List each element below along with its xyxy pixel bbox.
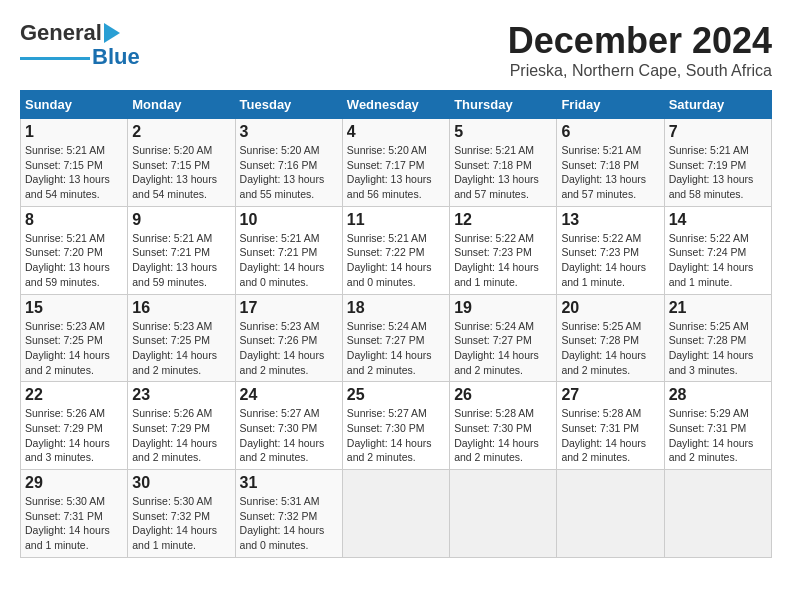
calendar-cell: 31Sunrise: 5:31 AMSunset: 7:32 PMDayligh… <box>235 470 342 558</box>
calendar-cell: 23Sunrise: 5:26 AMSunset: 7:29 PMDayligh… <box>128 382 235 470</box>
day-number: 25 <box>347 386 445 404</box>
day-info: Sunrise: 5:23 AMSunset: 7:25 PMDaylight:… <box>132 319 230 378</box>
calendar-cell: 1Sunrise: 5:21 AMSunset: 7:15 PMDaylight… <box>21 119 128 207</box>
day-number: 15 <box>25 299 123 317</box>
calendar-cell: 26Sunrise: 5:28 AMSunset: 7:30 PMDayligh… <box>450 382 557 470</box>
header-thursday: Thursday <box>450 91 557 119</box>
day-number: 22 <box>25 386 123 404</box>
calendar-cell <box>450 470 557 558</box>
header-wednesday: Wednesday <box>342 91 449 119</box>
day-info: Sunrise: 5:27 AMSunset: 7:30 PMDaylight:… <box>240 406 338 465</box>
day-info: Sunrise: 5:21 AMSunset: 7:21 PMDaylight:… <box>240 231 338 290</box>
logo: General Blue <box>20 20 140 70</box>
week-row-3: 15Sunrise: 5:23 AMSunset: 7:25 PMDayligh… <box>21 294 772 382</box>
day-info: Sunrise: 5:31 AMSunset: 7:32 PMDaylight:… <box>240 494 338 553</box>
calendar-cell: 20Sunrise: 5:25 AMSunset: 7:28 PMDayligh… <box>557 294 664 382</box>
day-number: 8 <box>25 211 123 229</box>
calendar-cell: 16Sunrise: 5:23 AMSunset: 7:25 PMDayligh… <box>128 294 235 382</box>
calendar-header-row: SundayMondayTuesdayWednesdayThursdayFrid… <box>21 91 772 119</box>
header-friday: Friday <box>557 91 664 119</box>
day-number: 1 <box>25 123 123 141</box>
day-number: 4 <box>347 123 445 141</box>
calendar-cell: 28Sunrise: 5:29 AMSunset: 7:31 PMDayligh… <box>664 382 771 470</box>
day-info: Sunrise: 5:25 AMSunset: 7:28 PMDaylight:… <box>669 319 767 378</box>
calendar-cell: 7Sunrise: 5:21 AMSunset: 7:19 PMDaylight… <box>664 119 771 207</box>
header-monday: Monday <box>128 91 235 119</box>
calendar-cell: 17Sunrise: 5:23 AMSunset: 7:26 PMDayligh… <box>235 294 342 382</box>
day-number: 29 <box>25 474 123 492</box>
day-number: 10 <box>240 211 338 229</box>
header-saturday: Saturday <box>664 91 771 119</box>
day-info: Sunrise: 5:22 AMSunset: 7:23 PMDaylight:… <box>561 231 659 290</box>
day-info: Sunrise: 5:28 AMSunset: 7:30 PMDaylight:… <box>454 406 552 465</box>
header-tuesday: Tuesday <box>235 91 342 119</box>
day-info: Sunrise: 5:28 AMSunset: 7:31 PMDaylight:… <box>561 406 659 465</box>
day-info: Sunrise: 5:21 AMSunset: 7:18 PMDaylight:… <box>561 143 659 202</box>
day-info: Sunrise: 5:26 AMSunset: 7:29 PMDaylight:… <box>25 406 123 465</box>
calendar-cell: 25Sunrise: 5:27 AMSunset: 7:30 PMDayligh… <box>342 382 449 470</box>
calendar-cell: 15Sunrise: 5:23 AMSunset: 7:25 PMDayligh… <box>21 294 128 382</box>
calendar-cell: 14Sunrise: 5:22 AMSunset: 7:24 PMDayligh… <box>664 206 771 294</box>
week-row-1: 1Sunrise: 5:21 AMSunset: 7:15 PMDaylight… <box>21 119 772 207</box>
day-info: Sunrise: 5:30 AMSunset: 7:32 PMDaylight:… <box>132 494 230 553</box>
logo-arrow-icon <box>104 23 120 43</box>
day-info: Sunrise: 5:25 AMSunset: 7:28 PMDaylight:… <box>561 319 659 378</box>
calendar-cell <box>664 470 771 558</box>
calendar-cell: 2Sunrise: 5:20 AMSunset: 7:15 PMDaylight… <box>128 119 235 207</box>
day-number: 5 <box>454 123 552 141</box>
day-number: 11 <box>347 211 445 229</box>
day-number: 18 <box>347 299 445 317</box>
day-info: Sunrise: 5:26 AMSunset: 7:29 PMDaylight:… <box>132 406 230 465</box>
day-info: Sunrise: 5:22 AMSunset: 7:24 PMDaylight:… <box>669 231 767 290</box>
day-info: Sunrise: 5:24 AMSunset: 7:27 PMDaylight:… <box>454 319 552 378</box>
calendar-cell: 6Sunrise: 5:21 AMSunset: 7:18 PMDaylight… <box>557 119 664 207</box>
day-info: Sunrise: 5:21 AMSunset: 7:20 PMDaylight:… <box>25 231 123 290</box>
logo-line <box>20 57 90 60</box>
calendar-cell: 11Sunrise: 5:21 AMSunset: 7:22 PMDayligh… <box>342 206 449 294</box>
day-info: Sunrise: 5:29 AMSunset: 7:31 PMDaylight:… <box>669 406 767 465</box>
calendar-cell <box>342 470 449 558</box>
calendar-cell: 22Sunrise: 5:26 AMSunset: 7:29 PMDayligh… <box>21 382 128 470</box>
day-number: 31 <box>240 474 338 492</box>
calendar-cell: 13Sunrise: 5:22 AMSunset: 7:23 PMDayligh… <box>557 206 664 294</box>
week-row-5: 29Sunrise: 5:30 AMSunset: 7:31 PMDayligh… <box>21 470 772 558</box>
day-info: Sunrise: 5:20 AMSunset: 7:17 PMDaylight:… <box>347 143 445 202</box>
day-number: 27 <box>561 386 659 404</box>
page-header: General Blue December 2024 Prieska, Nort… <box>20 20 772 80</box>
calendar-table: SundayMondayTuesdayWednesdayThursdayFrid… <box>20 90 772 558</box>
week-row-2: 8Sunrise: 5:21 AMSunset: 7:20 PMDaylight… <box>21 206 772 294</box>
day-number: 17 <box>240 299 338 317</box>
day-number: 9 <box>132 211 230 229</box>
day-info: Sunrise: 5:23 AMSunset: 7:26 PMDaylight:… <box>240 319 338 378</box>
day-number: 7 <box>669 123 767 141</box>
day-info: Sunrise: 5:21 AMSunset: 7:22 PMDaylight:… <box>347 231 445 290</box>
day-number: 20 <box>561 299 659 317</box>
calendar-cell <box>557 470 664 558</box>
day-number: 26 <box>454 386 552 404</box>
calendar-cell: 21Sunrise: 5:25 AMSunset: 7:28 PMDayligh… <box>664 294 771 382</box>
calendar-cell: 3Sunrise: 5:20 AMSunset: 7:16 PMDaylight… <box>235 119 342 207</box>
calendar-cell: 27Sunrise: 5:28 AMSunset: 7:31 PMDayligh… <box>557 382 664 470</box>
logo-blue: Blue <box>92 44 140 70</box>
day-number: 23 <box>132 386 230 404</box>
header-sunday: Sunday <box>21 91 128 119</box>
calendar-cell: 18Sunrise: 5:24 AMSunset: 7:27 PMDayligh… <box>342 294 449 382</box>
day-number: 12 <box>454 211 552 229</box>
day-number: 24 <box>240 386 338 404</box>
day-number: 16 <box>132 299 230 317</box>
day-info: Sunrise: 5:21 AMSunset: 7:18 PMDaylight:… <box>454 143 552 202</box>
title-area: December 2024 Prieska, Northern Cape, So… <box>508 20 772 80</box>
day-info: Sunrise: 5:24 AMSunset: 7:27 PMDaylight:… <box>347 319 445 378</box>
day-info: Sunrise: 5:27 AMSunset: 7:30 PMDaylight:… <box>347 406 445 465</box>
day-info: Sunrise: 5:23 AMSunset: 7:25 PMDaylight:… <box>25 319 123 378</box>
calendar-cell: 9Sunrise: 5:21 AMSunset: 7:21 PMDaylight… <box>128 206 235 294</box>
day-info: Sunrise: 5:30 AMSunset: 7:31 PMDaylight:… <box>25 494 123 553</box>
page-title: December 2024 <box>508 20 772 62</box>
logo-general: General <box>20 20 102 46</box>
calendar-cell: 10Sunrise: 5:21 AMSunset: 7:21 PMDayligh… <box>235 206 342 294</box>
day-info: Sunrise: 5:21 AMSunset: 7:15 PMDaylight:… <box>25 143 123 202</box>
day-number: 2 <box>132 123 230 141</box>
day-number: 30 <box>132 474 230 492</box>
day-number: 13 <box>561 211 659 229</box>
day-info: Sunrise: 5:21 AMSunset: 7:21 PMDaylight:… <box>132 231 230 290</box>
